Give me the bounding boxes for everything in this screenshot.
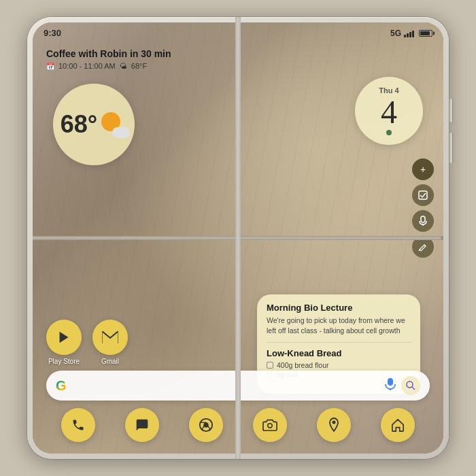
checkbox-1	[267, 362, 273, 369]
svg-line-3	[424, 245, 426, 246]
event-widget: Coffee with Robin in 30 min 📅 10:00 - 11…	[46, 48, 171, 70]
gmail-icon-wrapper: Gmail	[92, 320, 128, 365]
gmail-icon[interactable]	[92, 320, 128, 355]
play-store-icon[interactable]	[46, 320, 82, 355]
search-lens-icon[interactable]	[401, 376, 420, 395]
signal-bar-3	[409, 32, 411, 37]
phone-screen: 9:30 5G Cof	[33, 22, 443, 454]
fold-hinge	[33, 236, 443, 240]
checkmark-icon	[418, 190, 428, 200]
note-1-text: We're going to pick up today from where …	[267, 316, 412, 335]
notes-container: Morning Bio Lecture We're going to pick …	[412, 158, 434, 258]
svg-point-11	[407, 381, 413, 388]
svg-rect-0	[419, 191, 427, 199]
signal-icon	[404, 29, 415, 37]
note-2-title: Low-Knead Bread	[267, 348, 412, 358]
dock-maps-icon[interactable]	[317, 408, 351, 442]
svg-rect-9	[388, 378, 393, 386]
battery-fill	[420, 31, 430, 35]
clock-number: 4	[381, 96, 397, 129]
status-right: 5G	[390, 29, 432, 38]
signal-bar-2	[407, 33, 409, 37]
dock-phone-icon[interactable]	[61, 408, 95, 442]
svg-point-19	[333, 421, 336, 424]
gmail-logo	[102, 331, 118, 343]
power-button[interactable]	[449, 133, 452, 163]
google-g-logo: G	[56, 378, 67, 394]
clock-widget[interactable]: Thu 4 4	[355, 77, 423, 145]
note-2-item-1-text: 400g bread flour	[277, 361, 328, 369]
event-weather: 68°F	[131, 62, 147, 70]
weather-icon	[100, 111, 127, 138]
battery-icon	[419, 30, 432, 37]
dock-chrome-icon[interactable]	[189, 408, 223, 442]
note-item-1: Morning Bio Lecture We're going to pick …	[267, 303, 412, 335]
dock-camera-icon[interactable]	[253, 408, 287, 442]
dock-messages-icon[interactable]	[125, 408, 159, 442]
app-icons-row: Play Store Gmail	[46, 320, 128, 365]
note-add-button[interactable]: +	[412, 158, 434, 180]
search-mic-icon[interactable]	[385, 377, 396, 394]
note-1-title: Morning Bio Lecture	[267, 303, 412, 313]
svg-line-12	[412, 387, 415, 390]
pencil-icon	[418, 242, 428, 252]
status-bar: 9:30 5G	[33, 22, 443, 41]
dock	[46, 406, 430, 444]
play-store-logo	[56, 330, 71, 345]
camera-bump	[441, 236, 443, 240]
note-divider	[267, 342, 412, 343]
cloud-shape	[112, 127, 130, 138]
svg-point-18	[268, 424, 272, 428]
note-2-item-1: 400g bread flour	[267, 361, 412, 369]
weather-widget[interactable]: 68°	[53, 84, 135, 165]
search-bar[interactable]: G	[46, 371, 430, 401]
clock-dot	[386, 130, 392, 135]
play-store-icon-wrapper: Play Store	[46, 320, 82, 365]
event-details: 📅 10:00 - 11:00 AM 🌤 68°F	[46, 62, 171, 70]
signal-bar-4	[412, 31, 414, 37]
mic-icon	[419, 216, 427, 226]
volume-button[interactable]	[449, 99, 452, 122]
network-type: 5G	[390, 29, 401, 38]
note-mic-button[interactable]	[412, 210, 434, 232]
calendar-icon: 📅	[46, 63, 54, 70]
gmail-label: Gmail	[101, 358, 119, 365]
event-time: 10:00 - 11:00 AM	[58, 62, 116, 70]
dock-home-icon[interactable]	[381, 408, 415, 442]
weather-temperature: 68°	[61, 112, 97, 137]
notes-action-buttons: +	[412, 158, 434, 258]
play-store-label: Play Store	[48, 358, 80, 365]
event-title: Coffee with Robin in 30 min	[46, 48, 171, 59]
svg-line-4	[419, 250, 420, 251]
signal-bar-1	[404, 35, 406, 37]
svg-rect-1	[421, 216, 425, 222]
svg-marker-5	[60, 332, 69, 343]
weather-temp-small: 🌤	[120, 62, 127, 70]
note-check-button[interactable]	[412, 184, 434, 206]
status-time: 9:30	[44, 28, 61, 38]
phone-outer: 9:30 5G Cof	[27, 17, 449, 459]
